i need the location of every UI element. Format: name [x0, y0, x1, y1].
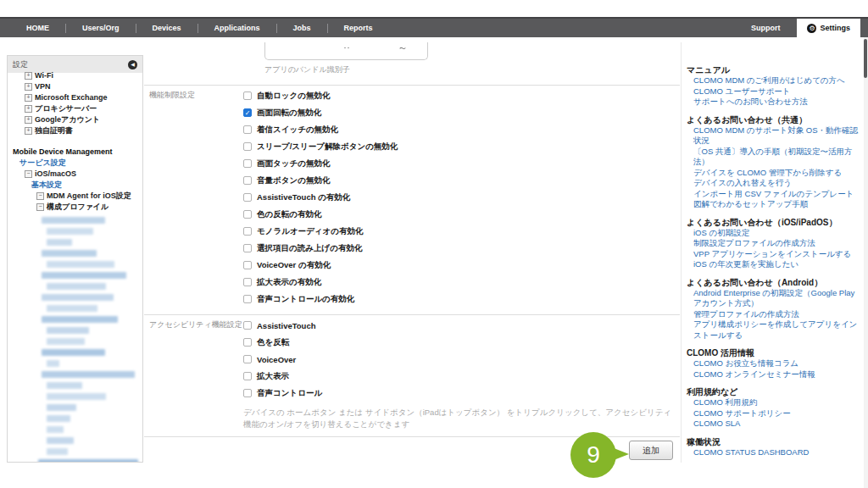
- checkbox[interactable]: [243, 338, 252, 347]
- redacted-sidebar-item[interactable]: [47, 382, 82, 389]
- expand-icon[interactable]: +: [25, 72, 32, 80]
- redacted-sidebar-item[interactable]: [47, 283, 106, 290]
- help-link[interactable]: 図解でわかるセットアップ手順: [687, 199, 862, 210]
- checkbox[interactable]: [243, 278, 252, 286]
- help-link[interactable]: CLOMO SLA: [687, 419, 862, 430]
- checkbox[interactable]: [243, 159, 252, 168]
- add-button[interactable]: 追加: [629, 441, 673, 460]
- checkbox[interactable]: [243, 261, 252, 269]
- expand-icon[interactable]: +: [25, 105, 32, 113]
- checkbox[interactable]: [243, 125, 252, 134]
- help-link[interactable]: CLOMO サポートポリシー: [687, 408, 862, 419]
- redacted-sidebar-item[interactable]: [42, 371, 135, 378]
- help-link[interactable]: 管理プロファイルの作成方法: [687, 309, 862, 320]
- nav-item-reports[interactable]: Reports: [328, 24, 389, 32]
- redacted-sidebar-item[interactable]: [47, 261, 114, 268]
- help-link[interactable]: iOS の初期設定: [687, 228, 862, 239]
- sidebar-item[interactable]: +Microsoft Exchange: [13, 92, 139, 103]
- help-link[interactable]: iOS の年次更新を実施したい: [687, 259, 862, 270]
- redacted-sidebar-item[interactable]: [42, 349, 105, 356]
- sidebar-item[interactable]: +独自証明書: [13, 125, 139, 136]
- sidebar-item[interactable]: +プロキシサーバー: [13, 103, 139, 114]
- checkbox[interactable]: [243, 227, 252, 236]
- expand-icon[interactable]: +: [25, 83, 32, 91]
- redacted-sidebar-item[interactable]: [47, 448, 68, 455]
- redacted-sidebar-item[interactable]: [42, 316, 118, 323]
- sidebar-item-label: 基本設定: [31, 180, 62, 189]
- nav-item-jobs[interactable]: Jobs: [277, 24, 327, 32]
- help-link[interactable]: デバイスの入れ替えを行う: [687, 178, 862, 189]
- redacted-sidebar-item[interactable]: [42, 217, 105, 224]
- help-link[interactable]: CLOMO ユーザーサポート: [687, 86, 862, 97]
- redacted-sidebar-item[interactable]: [42, 250, 97, 257]
- expand-icon[interactable]: +: [25, 94, 32, 102]
- collapse-icon[interactable]: −: [36, 192, 44, 200]
- sidebar-item[interactable]: サービス設定: [13, 158, 139, 169]
- redacted-sidebar-item[interactable]: [47, 393, 106, 400]
- help-link[interactable]: CLOMO STATUS DASHBOARD: [687, 447, 862, 458]
- redacted-sidebar-item[interactable]: [47, 327, 89, 334]
- help-link[interactable]: CLOMO お役立ち情報コラム: [687, 358, 862, 369]
- help-link[interactable]: CLOMO MDM のサポート対象 OS・動作確認状況: [687, 125, 862, 147]
- checkbox[interactable]: ✓: [243, 108, 252, 117]
- expand-icon[interactable]: +: [25, 116, 32, 124]
- redacted-sidebar-item[interactable]: [42, 272, 126, 279]
- sidebar-item[interactable]: Mobile Device Management: [13, 147, 139, 158]
- help-link[interactable]: VPP アプリケーションをインストールする: [687, 249, 862, 260]
- help-link[interactable]: インポート用 CSV ファイルのテンプレート: [687, 189, 862, 200]
- expand-icon[interactable]: +: [25, 127, 32, 135]
- sidebar-item[interactable]: 基本設定: [13, 180, 139, 191]
- checkbox[interactable]: [243, 193, 252, 202]
- checkbox[interactable]: [243, 92, 252, 100]
- settings-tab[interactable]: ⚙ Settings: [797, 19, 860, 37]
- checkbox[interactable]: [243, 295, 252, 303]
- checkbox[interactable]: [243, 210, 252, 219]
- collapse-icon[interactable]: −: [25, 170, 32, 178]
- help-link[interactable]: CLOMO MDM のご利用がはじめての方へ: [687, 75, 862, 86]
- help-link[interactable]: 制限設定プロファイルの作成方法: [687, 238, 862, 249]
- help-link[interactable]: アプリ構成ポリシーを作成してアプリをインストールする: [687, 319, 862, 341]
- checkbox[interactable]: [243, 372, 252, 380]
- nav-item-applications[interactable]: Applications: [198, 24, 276, 32]
- sidebar-item[interactable]: −構成プロファイル: [13, 202, 139, 213]
- help-link[interactable]: Android Enterprise の初期設定（Google Play アカウ…: [687, 288, 862, 309]
- redacted-sidebar-item[interactable]: [47, 360, 59, 367]
- checkbox[interactable]: [243, 142, 252, 151]
- sidebar-item[interactable]: −iOS/macOS: [13, 169, 139, 180]
- redacted-sidebar-item[interactable]: [47, 437, 74, 444]
- bundle-identifier-input[interactable]: ･･ 〜: [264, 42, 428, 60]
- redacted-sidebar-item[interactable]: [47, 239, 72, 246]
- help-link[interactable]: デバイスを CLOMO 管理下から削除する: [687, 168, 862, 179]
- support-button[interactable]: Support: [734, 24, 798, 32]
- scrollbar-track[interactable]: [864, 37, 868, 488]
- redacted-sidebar-item[interactable]: [47, 426, 64, 433]
- redacted-sidebar-item[interactable]: [47, 228, 93, 235]
- help-link[interactable]: 〔OS 共通〕導入の手順（初期設定〜活用方法）: [687, 147, 862, 168]
- accessibility-checkbox-list: AssistiveTouch色を反転VoiceOver拡大表示音声コントロール: [243, 317, 322, 402]
- settings-sidebar: 設定 ◀ +Wi-Fi+VPN+Microsoft Exchange+プロキシサ…: [7, 55, 143, 463]
- redacted-sidebar-item[interactable]: [42, 294, 114, 301]
- checkbox[interactable]: [243, 244, 252, 252]
- redacted-sidebar-item[interactable]: [47, 415, 70, 422]
- sidebar-collapse-icon[interactable]: ◀: [128, 60, 137, 69]
- help-link[interactable]: CLOMO オンラインセミナー情報: [687, 369, 862, 380]
- help-link[interactable]: サポートへのお問い合わせ方法: [687, 97, 862, 108]
- checkbox[interactable]: [243, 321, 252, 330]
- redacted-sidebar-item[interactable]: [47, 305, 97, 312]
- collapse-icon[interactable]: −: [36, 203, 44, 211]
- nav-item-home[interactable]: HOME: [10, 24, 65, 32]
- sidebar-item[interactable]: +Googleアカウント: [13, 114, 139, 125]
- sidebar-item[interactable]: +VPN: [13, 81, 139, 92]
- redacted-sidebar-item[interactable]: [47, 338, 85, 345]
- checkbox[interactable]: [243, 355, 252, 363]
- redacted-sidebar-item[interactable]: [47, 404, 76, 411]
- nav-item-users-org[interactable]: Users/Org: [66, 24, 136, 32]
- sidebar-item[interactable]: −MDM Agent for iOS設定: [13, 191, 139, 202]
- help-link[interactable]: CLOMO 利用規約: [687, 397, 862, 408]
- sidebar-item[interactable]: +Wi-Fi: [13, 70, 139, 81]
- scrollbar-thumb[interactable]: [864, 39, 867, 78]
- checkbox[interactable]: [243, 389, 252, 397]
- redacted-sidebar-item[interactable]: [38, 459, 138, 463]
- nav-item-devices[interactable]: Devices: [136, 24, 198, 32]
- checkbox[interactable]: [243, 176, 252, 185]
